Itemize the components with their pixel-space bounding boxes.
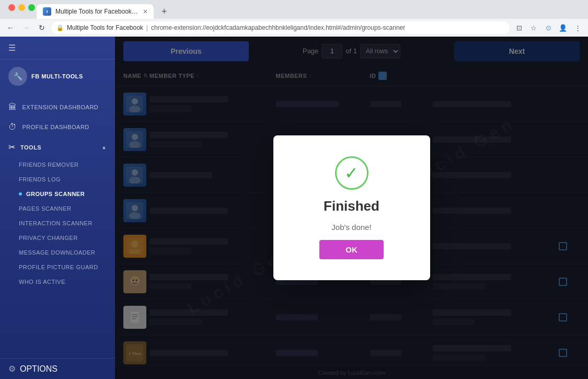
url-separator: | <box>146 24 148 31</box>
modal-title: Finished <box>324 198 379 214</box>
profile-btn[interactable]: 👤 <box>557 21 569 34</box>
sidebar-item-groups-scanner[interactable]: GROUPS SCANNER <box>0 187 115 201</box>
friends-log-label: FRIENDS LOG <box>19 176 61 182</box>
sidebar-item-friends-log[interactable]: FRIENDS LOG <box>0 172 115 187</box>
modal-subtitle: Job's done! <box>331 223 371 232</box>
who-is-active-label: WHO IS ACTIVE <box>19 279 65 285</box>
profile-picture-guard-label: PROFILE PICTURE GUARD <box>19 264 98 270</box>
modal-dialog: ✓ Finished Job's done! OK <box>273 135 430 280</box>
tab-bar: f Multiple Tools for Facebook b... × + <box>0 0 588 19</box>
hamburger-icon[interactable]: ☰ <box>8 43 16 53</box>
nav-bar: ← → ↻ 🔒 Multiple Tools for Facebook | ch… <box>0 19 588 37</box>
privacy-changer-label: PRIVACY CHANGER <box>19 235 78 241</box>
dashboard-icon: 🏛 <box>8 102 17 112</box>
sidebar: ☰ 🔧 FB MULTI-TOOLS 🏛 EXTENSION DASHBOARD… <box>0 37 115 379</box>
options-label: OPTIONS <box>20 364 57 374</box>
address-bar[interactable]: 🔒 Multiple Tools for Facebook | chrome-e… <box>51 21 510 34</box>
modal-overlay: ✓ Finished Job's done! OK <box>115 37 588 379</box>
forward-btn[interactable]: → <box>20 21 32 34</box>
sidebar-brand: 🔧 FB MULTI-TOOLS <box>0 60 115 93</box>
message-downloader-label: MESSAGE DOWNLOADER <box>19 249 96 256</box>
reload-btn[interactable]: ↻ <box>36 21 48 34</box>
sidebar-item-who-is-active[interactable]: WHO IS ACTIVE <box>0 274 115 289</box>
reader-mode-btn[interactable]: ⊡ <box>513 21 525 34</box>
tools-icon: ✂ <box>8 142 15 152</box>
profile-icon: ⏱ <box>8 122 17 132</box>
sidebar-item-profile-dashboard[interactable]: ⏱ PROFILE DASHBOARD <box>0 117 115 137</box>
browser-chrome: f Multiple Tools for Facebook b... × + ←… <box>0 0 588 37</box>
groups-scanner-label: GROUPS SCANNER <box>26 191 85 197</box>
extension-dashboard-label: EXTENSION DASHBOARD <box>22 104 99 110</box>
menu-btn[interactable]: ⋮ <box>571 21 584 34</box>
minimize-window-btn[interactable] <box>18 4 25 11</box>
sidebar-item-profile-picture-guard[interactable]: PROFILE PICTURE GUARD <box>0 260 115 274</box>
pages-scanner-label: PAGES SCANNER <box>19 205 71 212</box>
active-tab[interactable]: f Multiple Tools for Facebook b... × <box>37 4 154 19</box>
tools-label: TOOLS <box>20 144 41 151</box>
sidebar-item-message-downloader[interactable]: MESSAGE DOWNLOADER <box>0 245 115 260</box>
tab-title: Multiple Tools for Facebook b... <box>55 8 139 15</box>
modal-success-icon: ✓ <box>335 156 368 190</box>
tab-favicon: f <box>43 7 51 16</box>
sidebar-item-privacy-changer[interactable]: PRIVACY CHANGER <box>0 231 115 245</box>
sidebar-item-extension-dashboard[interactable]: 🏛 EXTENSION DASHBOARD <box>0 97 115 117</box>
maximize-window-btn[interactable] <box>28 4 35 11</box>
sidebar-nav: 🏛 EXTENSION DASHBOARD ⏱ PROFILE DASHBOAR… <box>0 93 115 358</box>
close-tab-btn[interactable]: × <box>143 7 147 16</box>
sidebar-item-pages-scanner[interactable]: PAGES SCANNER <box>0 201 115 216</box>
back-btn[interactable]: ← <box>4 21 17 34</box>
tools-section[interactable]: ✂ TOOLS ▲ <box>0 137 115 157</box>
friends-remover-label: FRIENDS REMOVER <box>19 162 78 168</box>
bookmark-btn[interactable]: ☆ <box>527 21 540 34</box>
sidebar-item-friends-remover[interactable]: FRIENDS REMOVER <box>0 157 115 172</box>
modal-ok-button[interactable]: OK <box>319 240 384 259</box>
site-name: Multiple Tools for Facebook <box>67 24 143 31</box>
close-window-btn[interactable] <box>8 4 15 11</box>
nav-actions: ⊡ ☆ ⊙ 👤 ⋮ <box>513 21 584 34</box>
profile-dashboard-label: PROFILE DASHBOARD <box>22 124 89 130</box>
tools-arrow: ▲ <box>101 144 107 150</box>
new-tab-btn[interactable]: + <box>157 4 171 19</box>
checkmark-icon: ✓ <box>344 163 359 183</box>
sidebar-item-interaction-scanner[interactable]: INTERACTION SCANNER <box>0 216 115 231</box>
app-container: ☰ 🔧 FB MULTI-TOOLS 🏛 EXTENSION DASHBOARD… <box>0 37 588 379</box>
brand-icon: 🔧 <box>8 67 27 86</box>
url-text: chrome-extension://eojdckfcadamkapabechh… <box>151 24 405 31</box>
tools-submenu: FRIENDS REMOVER FRIENDS LOG GROUPS SCANN… <box>0 157 115 289</box>
main-content: Previous Page of 1 All rows 10 rows 25 r… <box>115 37 588 379</box>
sidebar-footer[interactable]: ⚙ OPTIONS <box>0 358 115 379</box>
interaction-scanner-label: INTERACTION SCANNER <box>19 220 93 226</box>
extension-btn[interactable]: ⊙ <box>542 21 555 34</box>
sidebar-header: ☰ <box>0 37 115 60</box>
options-icon: ⚙ <box>8 364 16 374</box>
brand-name: FB MULTI-TOOLS <box>31 73 83 79</box>
lock-icon: 🔒 <box>56 25 64 31</box>
